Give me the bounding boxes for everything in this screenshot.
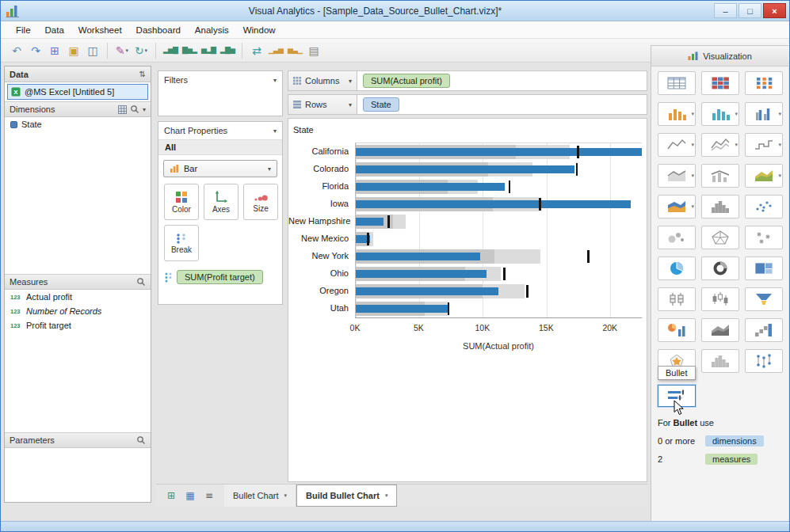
undo-button[interactable]: ↶ <box>7 41 26 60</box>
menu-item-file[interactable]: File <box>9 23 38 37</box>
dimensions-section-header[interactable]: Dimensions ▾ <box>5 101 151 117</box>
measure-bar[interactable] <box>356 253 480 260</box>
dropdown-caret-icon[interactable]: ▾ <box>349 101 352 108</box>
sheet-list-button[interactable]: ≡ <box>200 487 218 504</box>
viz-type-stacked-area-chart[interactable]: ▾ <box>658 195 696 218</box>
measure-bar[interactable] <box>356 218 384 226</box>
scope-label[interactable]: All <box>158 139 282 155</box>
viz-type-bullet-chart[interactable] <box>658 385 696 407</box>
data-section-header[interactable]: Data ⇅ <box>5 66 151 82</box>
add-reference-line-button[interactable]: ▇▅▂ <box>180 41 199 60</box>
viz-type-box-plot[interactable] <box>658 287 696 311</box>
columns-pill[interactable]: SUM(Actual profit) <box>363 74 450 88</box>
viz-type-waterfall-chart[interactable] <box>745 318 783 342</box>
viz-type-histogram[interactable] <box>701 195 739 218</box>
viz-type-dark-area-chart[interactable] <box>701 318 739 342</box>
menu-item-worksheet[interactable]: Worksheet <box>71 23 129 37</box>
viz-type-heatmap[interactable] <box>745 71 783 95</box>
measure-bar[interactable] <box>356 165 574 173</box>
viz-type-stacked-bar-chart[interactable]: ▾ <box>701 102 739 126</box>
filters-shelf[interactable] <box>158 89 282 116</box>
table-view-icon[interactable] <box>118 105 127 114</box>
menu-item-data[interactable]: Data <box>38 23 71 37</box>
add-trend-line-button[interactable]: ▅▂▇ <box>199 41 218 60</box>
add-axis-button[interactable]: ▂▅▇ <box>161 41 180 60</box>
search-icon[interactable] <box>136 435 146 445</box>
measure-bar[interactable] <box>356 148 642 156</box>
measure-bar[interactable] <box>356 200 631 208</box>
rows-pill[interactable]: State <box>363 97 399 112</box>
measure-bar[interactable] <box>356 305 448 313</box>
chart-type-select[interactable]: Bar ▾ <box>163 160 277 177</box>
measure-item[interactable]: 123Profit target <box>5 318 151 332</box>
columns-shelf[interactable]: SUM(Actual profit) <box>357 70 647 91</box>
new-worksheet-button[interactable]: ⊞ <box>45 41 64 60</box>
viz-type-area-line-chart[interactable]: ▾ <box>658 164 696 188</box>
maximize-button[interactable]: □ <box>738 3 761 18</box>
search-icon[interactable] <box>130 104 139 114</box>
viz-type-side-by-side-bar-chart[interactable]: ▾ <box>745 102 783 126</box>
viz-type-highlight-table[interactable] <box>701 71 739 95</box>
sort-ascending-button[interactable]: ▁▃▅ <box>266 41 285 60</box>
measure-item[interactable]: 123Number of Records <box>5 304 151 318</box>
sort-descending-button[interactable]: ▅▃▁ <box>285 41 304 60</box>
measures-section-header[interactable]: Measures <box>5 274 151 290</box>
menu-item-analysis[interactable]: Analysis <box>188 23 236 37</box>
save-button[interactable]: ◫ <box>83 41 102 60</box>
dropdown-caret-icon[interactable]: ▾ <box>349 78 352 85</box>
viz-type-pie-chart[interactable] <box>658 256 696 280</box>
viz-type-treemap[interactable] <box>745 256 783 280</box>
measure-item[interactable]: 123Actual profit <box>5 290 151 304</box>
minimize-button[interactable]: – <box>714 3 737 18</box>
viz-type-sparkline[interactable] <box>701 349 739 373</box>
size-button[interactable]: Size <box>243 184 278 220</box>
viz-type-bar-chart[interactable]: ▾ <box>658 102 696 126</box>
viz-type-scatter-plot[interactable] <box>745 195 783 218</box>
menu-item-window[interactable]: Window <box>236 23 283 37</box>
tab-build-bullet-chart[interactable]: Build Bullet Chart▾ <box>296 484 397 507</box>
color-button[interactable]: Color <box>164 184 199 220</box>
search-icon[interactable] <box>136 277 146 287</box>
collapse-caret-icon[interactable]: ▾ <box>273 77 277 84</box>
break-button[interactable]: Break <box>164 225 199 261</box>
viz-type-bar-line-chart[interactable] <box>701 164 739 188</box>
title-bar[interactable]: Visual Analytics - [Sample_Data_Source_B… <box>1 1 789 21</box>
dropdown-caret-icon[interactable]: ▾ <box>143 106 146 113</box>
chart-properties-header[interactable]: Chart Properties ▾ <box>158 122 282 139</box>
refresh-button[interactable]: ↻▾ <box>132 41 151 60</box>
viz-type-line-chart[interactable]: ▾ <box>658 133 696 157</box>
filters-header[interactable]: Filters ▾ <box>158 71 282 89</box>
measure-bar[interactable] <box>356 270 487 278</box>
break-pill[interactable]: SUM(Profit target) <box>177 270 263 284</box>
viz-type-star-plot[interactable] <box>745 226 783 249</box>
viz-type-radar-chart[interactable] <box>701 226 739 249</box>
columns-shelf-label[interactable]: Columns ▾ <box>288 70 357 91</box>
viz-type-pie-bar-chart[interactable] <box>658 318 696 342</box>
viz-type-funnel-chart[interactable] <box>745 287 783 311</box>
viz-type-candlestick-chart[interactable] <box>701 287 739 311</box>
viz-type-area-chart[interactable]: ▾ <box>745 164 783 188</box>
labels-button[interactable]: ▤ <box>304 41 323 60</box>
format-button[interactable]: ✎▾ <box>113 41 132 60</box>
dimension-item[interactable]: State <box>5 117 151 131</box>
viz-type-donut-chart[interactable] <box>701 256 739 280</box>
viz-type-bubble-chart[interactable] <box>658 226 696 249</box>
close-button[interactable]: × <box>763 3 786 18</box>
new-worksheet-button[interactable]: ⊞ <box>162 487 180 504</box>
viz-type-dual-line-chart[interactable]: ▾ <box>701 133 739 157</box>
swap-axes-button[interactable]: ⇄ <box>247 41 266 60</box>
measure-bar[interactable] <box>356 287 498 295</box>
tab-bullet-chart[interactable]: Bullet Chart▾ <box>224 484 296 507</box>
viz-type-step-line-chart[interactable]: ▾ <box>745 133 783 157</box>
open-button[interactable]: ▣ <box>64 41 83 60</box>
new-dashboard-button[interactable]: ▦ <box>181 487 199 504</box>
sort-fields-icon[interactable]: ⇅ <box>139 70 146 78</box>
add-forecast-button[interactable]: ▂▇▅ <box>218 41 237 60</box>
measure-bar[interactable] <box>356 183 505 191</box>
collapse-caret-icon[interactable]: ▾ <box>273 127 277 135</box>
parameters-section-header[interactable]: Parameters <box>5 432 151 448</box>
viz-type-dumbbell-chart[interactable] <box>745 349 783 373</box>
menu-item-dashboard[interactable]: Dashboard <box>129 23 188 37</box>
axes-button[interactable]: Axes <box>204 184 239 220</box>
data-source-item[interactable]: X @MS Excel [Untitled 5] <box>7 84 148 100</box>
